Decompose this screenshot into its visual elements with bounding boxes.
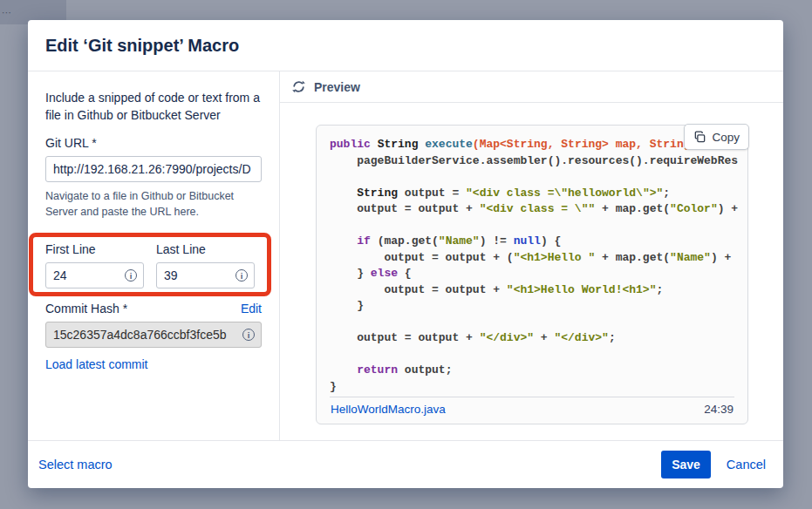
code-line: public String execute(Map<String, String… bbox=[330, 137, 735, 153]
code-line: if (map.get("Name") != null) { bbox=[330, 234, 735, 250]
git-url-input[interactable] bbox=[45, 156, 262, 182]
code-footer: HelloWorldMacro.java 24:39 bbox=[330, 397, 734, 424]
code-line: return output; bbox=[330, 363, 735, 379]
code-line: output = output + "<h1>Hello World!<h1>"… bbox=[330, 282, 735, 299]
code-line: } bbox=[330, 379, 735, 396]
preview-body: Copy public String execute(Map<String, S… bbox=[280, 103, 783, 440]
code-line: String output = "<div class =\"helloworl… bbox=[330, 186, 735, 202]
git-url-help: Navigate to a file in Github or Bitbucke… bbox=[45, 188, 262, 220]
select-macro-link[interactable]: Select macro bbox=[38, 458, 113, 472]
code-line: output = output + ("<h1>Hello " + map.ge… bbox=[330, 250, 735, 267]
code-preview-card: Copy public String execute(Map<String, S… bbox=[316, 125, 748, 424]
code-line: output = output + "<div class = \"" + ma… bbox=[330, 201, 735, 218]
code-block: public String execute(Map<String, String… bbox=[317, 126, 747, 397]
info-icon[interactable]: i bbox=[235, 269, 248, 282]
first-line-label: First Line bbox=[45, 242, 144, 257]
last-line-field: Last Line i bbox=[156, 242, 255, 288]
line-range-row: First Line i Last Line i bbox=[45, 242, 262, 288]
info-icon[interactable]: i bbox=[242, 329, 255, 341]
file-name-link[interactable]: HelloWorldMacro.java bbox=[331, 403, 446, 416]
refresh-icon[interactable] bbox=[291, 79, 306, 94]
commit-hash-input bbox=[45, 322, 262, 348]
edit-macro-dialog: Edit ‘Git snippet’ Macro Include a snipp… bbox=[28, 20, 783, 488]
code-line bbox=[330, 218, 735, 234]
save-button[interactable]: Save bbox=[661, 451, 711, 478]
dialog-body: Include a snipped of code or text from a… bbox=[28, 71, 783, 441]
code-line: output = output + "</div>" + "</div>"; bbox=[330, 330, 735, 347]
dialog-footer: Select macro Save Cancel bbox=[28, 441, 783, 488]
copy-button[interactable]: Copy bbox=[684, 124, 749, 150]
copy-icon bbox=[693, 131, 706, 144]
preview-title: Preview bbox=[314, 80, 360, 94]
code-line bbox=[330, 169, 735, 186]
dialog-header: Edit ‘Git snippet’ Macro bbox=[28, 20, 783, 71]
code-line: } bbox=[330, 298, 735, 315]
code-line bbox=[330, 315, 735, 331]
macro-form-panel: Include a snipped of code or text from a… bbox=[28, 71, 280, 440]
git-url-field: Git URL * Navigate to a file in Github o… bbox=[45, 136, 262, 220]
cancel-link[interactable]: Cancel bbox=[727, 458, 766, 472]
load-latest-commit-link[interactable]: Load latest commit bbox=[45, 357, 148, 371]
preview-header: Preview bbox=[280, 71, 783, 103]
macro-description: Include a snipped of code or text from a… bbox=[45, 89, 262, 124]
git-url-label: Git URL * bbox=[45, 136, 262, 151]
code-line: pageBuilderService.assembler().resources… bbox=[330, 153, 735, 170]
code-line bbox=[330, 347, 735, 363]
dialog-title: Edit ‘Git snippet’ Macro bbox=[45, 36, 239, 56]
first-line-field: First Line i bbox=[45, 242, 144, 288]
last-line-label: Last Line bbox=[156, 242, 255, 257]
ellipsis-icon: ⋯ bbox=[2, 7, 12, 18]
commit-hash-field: Commit Hash * Edit i Load latest commit bbox=[45, 302, 262, 372]
edit-link[interactable]: Edit bbox=[241, 302, 262, 316]
preview-panel: Preview Copy public String execute(Map<S… bbox=[280, 71, 783, 440]
code-line: } else { bbox=[330, 266, 735, 282]
line-range-badge: 24:39 bbox=[704, 403, 734, 416]
info-icon[interactable]: i bbox=[125, 269, 137, 282]
commit-hash-label: Commit Hash * bbox=[45, 302, 127, 316]
